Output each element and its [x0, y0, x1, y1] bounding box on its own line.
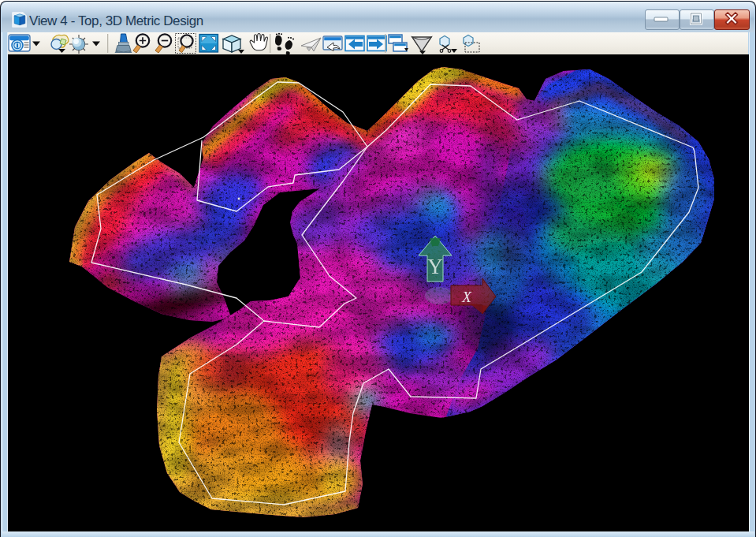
- svg-text:X: X: [461, 289, 472, 305]
- svg-text:Y: Y: [427, 255, 443, 278]
